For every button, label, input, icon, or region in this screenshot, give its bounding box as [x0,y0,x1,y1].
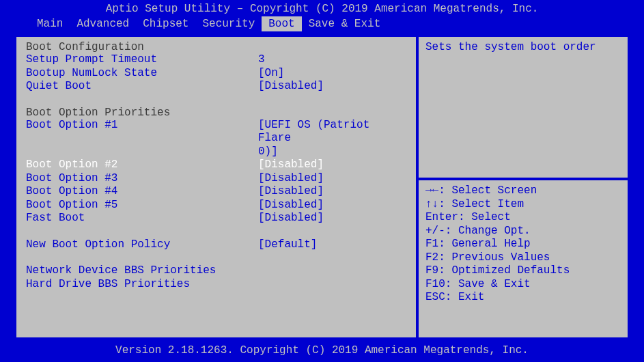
setting-label: Setup Prompt Timeout [26,53,258,67]
setting-boot-option-5[interactable]: Boot Option #5 [Disabled] [26,199,406,212]
key-hint-esc: ESC: Exit [425,291,621,305]
menu-advanced[interactable]: Advanced [70,16,136,31]
setting-value: 3 [258,53,406,67]
setting-label [26,145,258,159]
setting-quiet-boot[interactable]: Quiet Boot [Disabled] [26,80,406,94]
setting-boot-option-1[interactable]: Boot Option #1 [UEFI OS (Patriot Flare [26,119,406,145]
key-hint-enter: Enter: Select [425,211,621,225]
setting-fast-boot[interactable]: Fast Boot [Disabled] [26,212,406,225]
key-hint-f1: F1: General Help [425,238,621,251]
setting-numlock[interactable]: Bootup NumLock State [On] [26,67,406,81]
setting-label: Boot Option #3 [26,172,258,186]
bios-header: Aptio Setup Utility – Copyright (C) 2019… [0,0,644,16]
key-hint-select-item: ↑↓: Select Item [425,198,621,212]
setting-label: Boot Option #4 [26,185,258,199]
main-content: Boot Configuration Setup Prompt Timeout … [14,34,630,340]
setting-value: [Disabled] [258,185,406,199]
setting-value: [Disabled] [258,158,406,172]
key-hint-select-screen: →←: Select Screen [425,184,621,198]
setting-value: 0)] [258,145,406,159]
settings-panel: Boot Configuration Setup Prompt Timeout … [15,36,417,339]
setting-boot-option-1-cont: 0)] [26,145,406,159]
setting-label: Boot Option #1 [26,119,258,145]
setting-value: [UEFI OS (Patriot Flare [258,119,406,145]
setting-value: [Disabled] [258,80,406,94]
setting-new-boot-policy[interactable]: New Boot Option Policy [Default] [26,238,406,252]
bios-footer: Version 2.18.1263. Copyright (C) 2019 Am… [0,343,644,358]
menu-chipset[interactable]: Chipset [136,16,195,31]
menu-save-exit[interactable]: Save & Exit [302,16,388,31]
setting-value: [Disabled] [258,172,406,186]
submenu-harddrive-bbs[interactable]: Hard Drive BBS Priorities [26,278,406,292]
setting-boot-option-4[interactable]: Boot Option #4 [Disabled] [26,185,406,199]
setting-label: Quiet Boot [26,80,258,94]
setting-label: New Boot Option Policy [26,238,258,252]
setting-value: [Disabled] [258,199,406,212]
menu-security[interactable]: Security [195,16,262,31]
menu-boot[interactable]: Boot [262,16,301,31]
setting-prompt-timeout[interactable]: Setup Prompt Timeout 3 [26,53,406,67]
key-hint-f10: F10: Save & Exit [425,278,621,292]
menu-main[interactable]: Main [30,16,70,31]
submenu-network-bbs[interactable]: Network Device BBS Priorities [26,264,406,278]
setting-boot-option-2[interactable]: Boot Option #2 [Disabled] [26,158,406,172]
submenu-label: Hard Drive BBS Priorities [26,278,258,292]
section-boot-priorities: Boot Option Priorities [26,107,406,119]
menu-bar: Main Advanced Chipset Security Boot Save… [0,16,644,31]
setting-value: [Disabled] [258,212,406,225]
section-boot-config: Boot Configuration [26,41,406,53]
right-panel: Sets the system boot order →←: Select Sc… [417,36,629,339]
setting-value: [Default] [258,238,406,252]
help-panel: Sets the system boot order [417,36,629,179]
setting-label: Boot Option #5 [26,199,258,212]
setting-label: Boot Option #2 [26,158,258,172]
setting-label: Bootup NumLock State [26,67,258,81]
keys-panel: →←: Select Screen ↑↓: Select Item Enter:… [417,179,629,339]
setting-value: [On] [258,67,406,81]
key-hint-f9: F9: Optimized Defaults [425,264,621,278]
setting-label: Fast Boot [26,212,258,225]
help-text: Sets the system boot order [425,41,621,53]
submenu-label: Network Device BBS Priorities [26,264,258,278]
key-hint-f2: F2: Previous Values [425,251,621,265]
setting-boot-option-3[interactable]: Boot Option #3 [Disabled] [26,172,406,186]
key-hint-change-opt: +/-: Change Opt. [425,225,621,238]
